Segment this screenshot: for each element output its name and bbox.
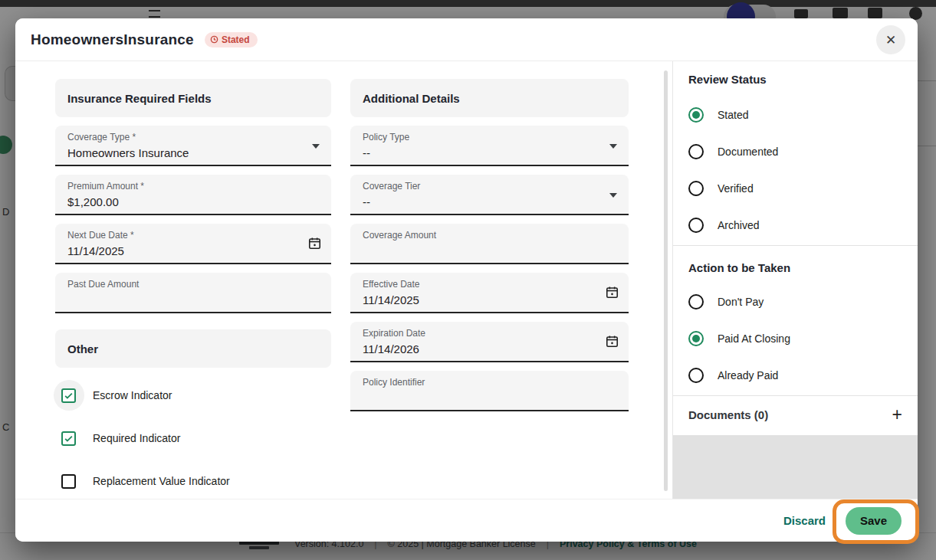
section-title: Other	[67, 342, 98, 355]
field-coverage-amount[interactable]: Coverage Amount	[350, 224, 629, 264]
plus-icon: +	[892, 404, 902, 424]
section-header-additional-details: Additional Details	[350, 79, 629, 117]
field-value: --	[363, 195, 598, 208]
calendar-icon[interactable]	[605, 334, 620, 349]
form-scroll-area: Insurance Required Fields Coverage Type …	[15, 61, 672, 499]
radio-unselected-icon[interactable]	[688, 218, 704, 233]
field-premium-amount[interactable]: Premium Amount * $1,200.00	[55, 175, 331, 215]
radio-unselected-icon[interactable]	[688, 294, 704, 309]
radio-unselected-icon[interactable]	[688, 181, 704, 196]
radio-option-stated[interactable]: Stated	[688, 97, 918, 133]
add-document-button[interactable]: +	[892, 406, 902, 424]
insurance-required-column: Insurance Required Fields Coverage Type …	[55, 79, 331, 496]
close-button[interactable]: ✕	[876, 25, 905, 54]
screen: D C Version: 4.102.0 | © 2025 | Mortgage…	[0, 0, 936, 560]
chevron-down-icon[interactable]	[609, 144, 617, 149]
field-label: Premium Amount *	[67, 181, 301, 192]
radio-unselected-icon[interactable]	[688, 144, 704, 159]
field-label: Policy Type	[363, 132, 598, 142]
field-value: 11/14/2025	[67, 244, 301, 257]
sidebar-divider	[673, 245, 918, 246]
field-value: 11/14/2025	[363, 293, 598, 306]
section-header-other: Other	[55, 329, 331, 368]
field-past-due-amount[interactable]: Past Due Amount	[55, 273, 331, 313]
field-label: Next Due Date *	[67, 230, 301, 241]
radio-label: Don't Pay	[718, 296, 764, 308]
field-value: Homeowners Insurance	[67, 146, 301, 159]
radio-unselected-icon[interactable]	[688, 368, 704, 383]
discard-button[interactable]: Discard	[783, 514, 826, 527]
save-button[interactable]: Save	[846, 507, 902, 535]
field-policy-type[interactable]: Policy Type --	[350, 126, 629, 166]
checkbox-label: Required Indicator	[93, 432, 180, 444]
status-badge-label: Stated	[222, 34, 250, 45]
section-title: Additional Details	[363, 92, 460, 105]
field-effective-date[interactable]: Effective Date 11/14/2025	[350, 273, 629, 313]
vertical-scrollbar[interactable]	[664, 70, 668, 491]
radio-selected-icon[interactable]	[688, 331, 704, 346]
radio-label: Verified	[718, 182, 754, 195]
close-icon: ✕	[885, 32, 896, 48]
field-value: $1,200.00	[67, 195, 301, 208]
radio-label: Already Paid	[718, 369, 778, 382]
radio-label: Paid At Closing	[718, 332, 790, 345]
documents-empty-area	[673, 435, 918, 499]
checkbox-label: Escrow Indicator	[93, 389, 172, 401]
calendar-icon[interactable]	[307, 236, 323, 251]
checkbox-required-indicator[interactable]: Required Indicator	[55, 423, 331, 454]
radio-label: Stated	[718, 109, 748, 121]
field-value: 11/14/2026	[363, 342, 598, 355]
field-label: Coverage Tier	[363, 181, 598, 192]
dialog-footer: Discard Save	[15, 499, 918, 542]
radio-option-verified[interactable]: Verified	[688, 170, 918, 207]
radio-option-already-paid[interactable]: Already Paid	[688, 357, 918, 394]
field-label: Past Due Amount	[67, 279, 301, 290]
documents-header: Documents (0) +	[673, 396, 918, 433]
field-label: Coverage Amount	[363, 230, 598, 241]
calendar-icon[interactable]	[605, 285, 620, 300]
homeowners-insurance-dialog: HomeownersInsurance Stated ✕ Insurance R…	[15, 18, 918, 542]
radio-selected-icon[interactable]	[688, 107, 704, 123]
status-badge: Stated	[205, 32, 258, 47]
radio-option-documented[interactable]: Documented	[688, 133, 918, 170]
radio-label: Documented	[718, 146, 778, 158]
chevron-down-icon[interactable]	[312, 144, 320, 149]
checkbox-label: Replacement Value Indicator	[93, 475, 230, 487]
additional-details-column: Additional Details Policy Type -- Covera…	[350, 79, 629, 411]
checkbox-checked-icon[interactable]	[61, 431, 76, 446]
field-label: Policy Identifier	[363, 377, 598, 388]
field-next-due-date[interactable]: Next Due Date * 11/14/2025	[55, 224, 331, 264]
radio-label: Archived	[718, 219, 759, 231]
review-sidebar: Review Status Stated Documented Verified…	[672, 61, 918, 499]
field-label: Expiration Date	[363, 328, 598, 339]
dialog-body: Insurance Required Fields Coverage Type …	[15, 61, 918, 499]
section-title: Insurance Required Fields	[67, 92, 212, 105]
field-label: Effective Date	[363, 279, 598, 290]
radio-option-paid-at-closing[interactable]: Paid At Closing	[688, 320, 918, 357]
review-status-heading: Review Status	[688, 73, 918, 86]
chevron-down-icon[interactable]	[609, 193, 617, 198]
dialog-title: HomeownersInsurance	[31, 31, 194, 48]
clock-icon	[210, 35, 218, 44]
documents-title: Documents (0)	[688, 408, 768, 421]
field-coverage-tier[interactable]: Coverage Tier --	[350, 175, 629, 215]
field-expiration-date[interactable]: Expiration Date 11/14/2026	[350, 322, 629, 362]
radio-option-archived[interactable]: Archived	[688, 207, 918, 244]
checkbox-checked-icon[interactable]	[61, 388, 76, 403]
dialog-header: HomeownersInsurance Stated ✕	[15, 18, 918, 61]
field-coverage-type[interactable]: Coverage Type * Homeowners Insurance	[55, 126, 331, 166]
field-value: --	[363, 146, 598, 159]
field-label: Coverage Type *	[67, 132, 301, 142]
radio-option-dont-pay[interactable]: Don't Pay	[688, 283, 918, 320]
checkbox-escrow-indicator[interactable]: Escrow Indicator	[55, 380, 331, 411]
field-policy-identifier[interactable]: Policy Identifier	[350, 371, 629, 411]
checkbox-unchecked-icon[interactable]	[61, 474, 76, 489]
checkbox-replacement-value-indicator[interactable]: Replacement Value Indicator	[55, 466, 331, 496]
action-heading: Action to be Taken	[688, 261, 918, 274]
section-header-insurance-required: Insurance Required Fields	[55, 79, 331, 117]
